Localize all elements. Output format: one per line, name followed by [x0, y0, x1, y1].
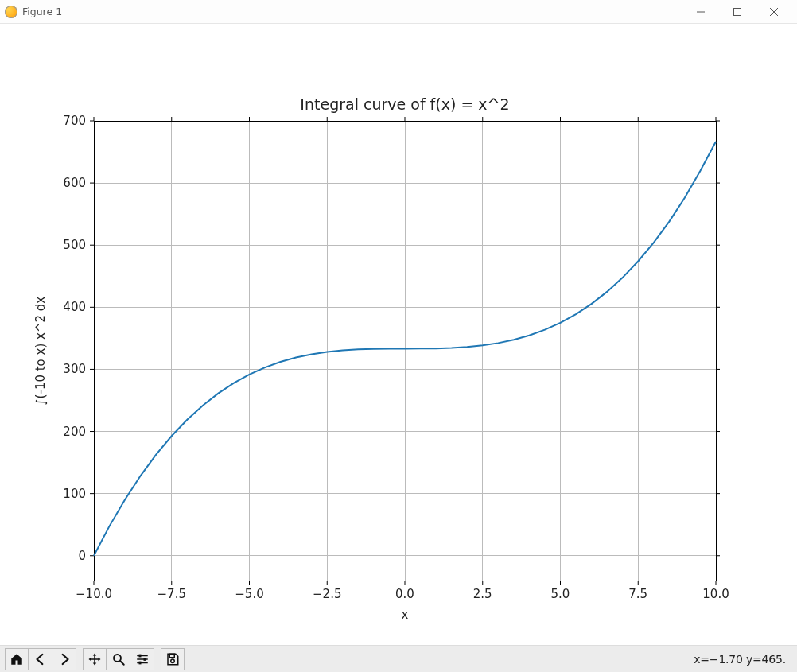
- home-icon: [10, 652, 24, 666]
- y-tick-label: 300: [63, 362, 86, 376]
- svg-rect-62: [143, 658, 146, 661]
- cursor-coordinates: x=−1.70 y=465.: [694, 653, 792, 666]
- window-controls: [682, 0, 792, 24]
- figure-canvas[interactable]: −10.0−7.5−5.0−2.50.02.55.07.510.00100200…: [0, 24, 797, 645]
- x-tick-label: −2.5: [313, 587, 341, 601]
- zoom-icon: [111, 652, 126, 666]
- save-icon: [165, 652, 180, 666]
- svg-point-65: [171, 659, 175, 663]
- minimize-icon: [696, 7, 706, 17]
- close-button[interactable]: [756, 0, 792, 24]
- y-tick-label: 100: [63, 487, 86, 501]
- x-tick-label: −5.0: [235, 587, 263, 601]
- configure-subplots-button[interactable]: [130, 648, 154, 670]
- figure-window: Figure 1 −10.0−7.5−5.0−2.50.02.55.07.510…: [0, 0, 797, 672]
- zoom-button[interactable]: [107, 648, 130, 670]
- chart-title: Integral curve of f(x) = x^2: [300, 95, 509, 113]
- navigation-toolbar: x=−1.70 y=465.: [0, 645, 797, 672]
- x-tick-label: 2.5: [473, 587, 492, 601]
- svg-line-57: [120, 661, 124, 665]
- svg-rect-63: [138, 661, 141, 664]
- svg-rect-64: [169, 654, 174, 658]
- save-button[interactable]: [161, 648, 185, 670]
- back-button[interactable]: [29, 648, 52, 670]
- sliders-icon: [135, 652, 150, 666]
- y-tick-label: 0: [78, 549, 86, 563]
- x-tick-label: −10.0: [76, 587, 112, 601]
- x-tick-label: 0.0: [395, 587, 414, 601]
- window-title: Figure 1: [22, 6, 62, 17]
- pan-button[interactable]: [83, 648, 107, 670]
- x-tick-label: 10.0: [702, 587, 729, 601]
- chart-svg: −10.0−7.5−5.0−2.50.02.55.07.510.00100200…: [0, 24, 797, 642]
- forward-icon: [57, 652, 72, 666]
- y-tick-label: 400: [63, 300, 86, 314]
- forward-button[interactable]: [52, 648, 76, 670]
- back-icon: [33, 652, 48, 666]
- y-axis-label: ∫(-10 to x) x^2 dx: [33, 297, 48, 406]
- close-icon: [769, 7, 779, 17]
- x-axis-label: x: [402, 608, 409, 622]
- y-tick-label: 200: [63, 425, 86, 439]
- y-tick-label: 700: [63, 114, 86, 128]
- home-button[interactable]: [5, 648, 29, 670]
- app-icon: [5, 6, 17, 18]
- y-tick-label: 500: [63, 238, 86, 252]
- x-tick-label: 7.5: [628, 587, 647, 601]
- titlebar: Figure 1: [0, 0, 797, 24]
- pan-icon: [87, 652, 102, 666]
- maximize-icon: [733, 7, 742, 17]
- maximize-button[interactable]: [719, 0, 756, 24]
- svg-rect-61: [138, 654, 141, 657]
- svg-rect-1: [734, 8, 741, 15]
- x-tick-label: 5.0: [551, 587, 570, 601]
- minimize-button[interactable]: [682, 0, 719, 24]
- x-tick-label: −7.5: [157, 587, 186, 601]
- y-tick-label: 600: [63, 176, 86, 190]
